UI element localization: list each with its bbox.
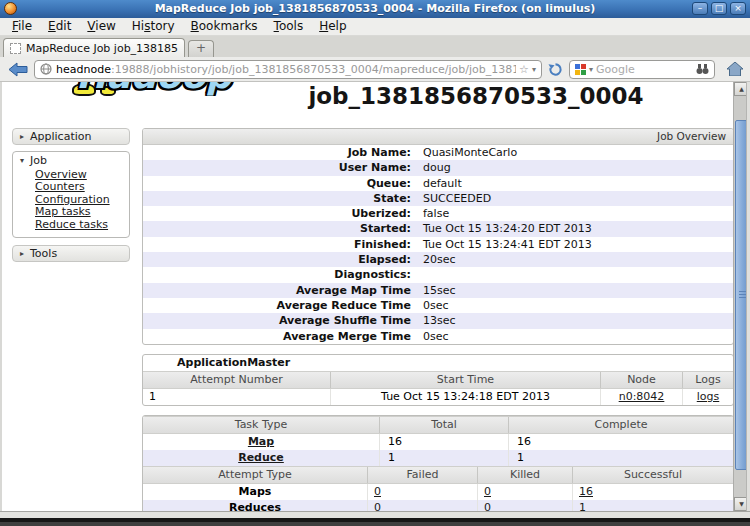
attempt-row-reduces: Reduces 0 0 1: [143, 500, 733, 511]
overview-row: Diagnostics:: [143, 267, 733, 282]
overview-row: Average Shuffle Time13sec: [143, 313, 733, 328]
window-bottom-strip: [0, 511, 750, 518]
home-button[interactable]: [727, 62, 743, 76]
attempt-row-maps: Maps 0 0 16: [143, 484, 733, 500]
attempt-number: 1: [143, 389, 331, 405]
firefox-window: MapReduce Job job_1381856870533_0004 - M…: [0, 0, 750, 526]
sidebar-link-counters[interactable]: Counters: [35, 181, 129, 193]
search-placeholder: Google: [596, 63, 693, 76]
chevron-right-icon: ▸: [20, 132, 24, 141]
main-content: Job Overview Job Name:QuasiMonteCarlo Us…: [142, 128, 734, 511]
reduce-tasks-link[interactable]: Reduce: [238, 451, 284, 464]
search-engine-dropdown-icon[interactable]: ▾: [589, 65, 593, 74]
reload-button[interactable]: [548, 62, 563, 77]
sidebar-section-application[interactable]: ▸ Application: [12, 128, 130, 145]
minimize-button[interactable]: –: [692, 2, 708, 15]
node-link[interactable]: n0:8042: [619, 390, 665, 403]
overview-row: Average Map Time15sec: [143, 283, 733, 298]
back-button[interactable]: [8, 62, 28, 77]
maps-label: Maps: [143, 484, 368, 500]
tab-bar: MapReduce Job job_13818568... +: [0, 36, 750, 57]
task-row-map: Map 16 16: [143, 434, 733, 450]
application-master-title: ApplicationMaster: [143, 355, 733, 371]
attempt-type-header-row: Attempt Type Failed Killed Successful: [143, 466, 733, 484]
home-icon: [727, 62, 743, 76]
window-title: MapReduce Job job_1381856870533_0004 - M…: [0, 0, 750, 18]
back-arrow-icon: [8, 62, 28, 77]
job-overview-panel: Job Overview Job Name:QuasiMonteCarlo Us…: [142, 128, 734, 345]
tab-mapreduce-job[interactable]: MapReduce Job job_13818568...: [3, 38, 185, 57]
page-content: Hadoop job_1381856870533_0004 ▸ Applicat…: [0, 82, 750, 511]
menu-bar: File Edit View History Bookmarks Tools H…: [0, 18, 750, 36]
sidebar-link-reduce-tasks[interactable]: Reduce tasks: [35, 219, 129, 231]
map-total: 16: [380, 434, 509, 450]
new-tab-button[interactable]: +: [188, 40, 214, 57]
reduces-label: Reduces: [143, 500, 368, 511]
job-overview-rows: Job Name:QuasiMonteCarlo User Name:doug …: [143, 145, 733, 344]
menu-help[interactable]: Help: [311, 18, 354, 35]
sidebar-section-job[interactable]: ▾ Job: [13, 152, 129, 169]
search-bar[interactable]: ▾ Google: [569, 60, 715, 79]
overview-row: State:SUCCEEDED: [143, 191, 733, 206]
reduces-killed-link[interactable]: 0: [484, 501, 491, 511]
menu-edit[interactable]: Edit: [40, 18, 79, 35]
task-type-header-row: Task Type Total Complete: [143, 416, 733, 434]
overview-row: Started:Tue Oct 15 13:24:20 EDT 2013: [143, 221, 733, 236]
overview-row: Uberized:false: [143, 206, 733, 221]
sidebar-section-job-panel: ▾ Job Overview Counters Configuration Ma…: [12, 151, 130, 238]
page-favicon-icon: [10, 43, 21, 54]
logs-link[interactable]: logs: [697, 390, 720, 403]
map-tasks-link[interactable]: Map: [248, 435, 274, 448]
job-links: Overview Counters Configuration Map task…: [13, 169, 129, 231]
navigation-toolbar: headnode:19888/jobhistory/job/job_138185…: [0, 57, 750, 82]
tab-label: MapReduce Job job_13818568...: [26, 42, 178, 55]
application-master-panel: ApplicationMaster Attempt Number Start T…: [142, 354, 734, 406]
maps-successful-link[interactable]: 16: [579, 485, 593, 498]
application-master-header-row: Attempt Number Start Time Node Logs: [143, 371, 733, 389]
attempt-start-time: Tue Oct 15 13:24:18 EDT 2013: [331, 389, 601, 405]
url-dropdown-icon[interactable]: ▾: [532, 65, 536, 74]
window-right-border: [746, 82, 750, 511]
map-complete: 16: [509, 434, 733, 450]
reduce-complete: 1: [509, 450, 733, 466]
maps-killed-link[interactable]: 0: [484, 485, 491, 498]
menu-bookmarks[interactable]: Bookmarks: [183, 18, 266, 35]
reduces-successful-link[interactable]: 1: [579, 501, 586, 511]
hadoop-logo: Hadoop: [32, 82, 237, 96]
page-title: job_1381856870533_0004: [222, 83, 730, 109]
scrollbar-grip: [739, 291, 746, 299]
overview-row: Job Name:QuasiMonteCarlo: [143, 145, 733, 160]
url-bar[interactable]: headnode:19888/jobhistory/job/job_138185…: [34, 60, 542, 79]
binoculars-icon[interactable]: [696, 60, 709, 79]
overview-row: Elapsed:20sec: [143, 252, 733, 267]
reduces-failed-link[interactable]: 0: [374, 501, 381, 511]
overview-row: User Name:doug: [143, 160, 733, 175]
tasks-panel: Task Type Total Complete Map 16 16 Reduc…: [142, 415, 734, 511]
menu-history[interactable]: History: [124, 18, 183, 35]
application-master-row: 1 Tue Oct 15 13:24:18 EDT 2013 n0:8042 l…: [143, 389, 733, 405]
google-logo-icon: [575, 60, 586, 79]
firefox-icon: [4, 2, 17, 15]
menu-view[interactable]: View: [79, 18, 123, 35]
chevron-down-icon: ▾: [20, 156, 24, 165]
reduce-total: 1: [380, 450, 509, 466]
reload-icon: [548, 62, 563, 77]
globe-icon: [40, 63, 52, 75]
overview-row: Queue:default: [143, 176, 733, 191]
window-bottom-edge: [0, 522, 750, 526]
bookmark-star-icon[interactable]: ☆: [519, 63, 529, 76]
sidebar: ▸ Application ▾ Job Overview Counters Co…: [12, 128, 130, 262]
sidebar-section-tools[interactable]: ▸ Tools: [12, 245, 130, 262]
close-button[interactable]: ×: [730, 2, 746, 15]
overview-row: Average Reduce Time0sec: [143, 298, 733, 313]
url-text: headnode:19888/jobhistory/job/job_138185…: [56, 63, 516, 76]
task-row-reduce: Reduce 1 1: [143, 450, 733, 466]
sidebar-link-map-tasks[interactable]: Map tasks: [35, 206, 129, 218]
menu-file[interactable]: File: [4, 18, 40, 35]
menu-tools[interactable]: Tools: [266, 18, 312, 35]
window-titlebar[interactable]: MapReduce Job job_1381856870533_0004 - M…: [0, 0, 750, 18]
maps-failed-link[interactable]: 0: [374, 485, 381, 498]
overview-row: Average Merge Time0sec: [143, 329, 733, 344]
maximize-button[interactable]: □: [711, 2, 727, 15]
job-overview-header: Job Overview: [143, 129, 733, 145]
